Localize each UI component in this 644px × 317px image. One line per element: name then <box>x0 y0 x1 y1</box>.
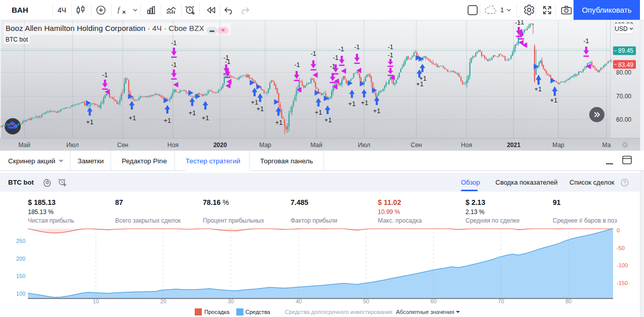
svg-text:-100: -100 <box>617 262 628 268</box>
svg-text:20: 20 <box>160 298 166 304</box>
svg-text:150: 150 <box>16 273 25 279</box>
svg-text:f: f <box>118 6 121 14</box>
svg-text:200: 200 <box>16 256 25 262</box>
svg-text:80: 80 <box>565 298 571 304</box>
svg-text:70: 70 <box>498 298 504 304</box>
svg-text:10: 10 <box>93 298 99 304</box>
svg-text:100: 100 <box>16 291 25 297</box>
svg-text:0: 0 <box>617 227 620 233</box>
svg-text:50: 50 <box>363 298 369 304</box>
svg-text:-50: -50 <box>617 245 625 251</box>
svg-text:40: 40 <box>296 298 302 304</box>
svg-text:60: 60 <box>431 298 437 304</box>
svg-text:250: 250 <box>16 238 25 244</box>
svg-text:-150: -150 <box>617 280 628 286</box>
svg-text:30: 30 <box>228 298 234 304</box>
